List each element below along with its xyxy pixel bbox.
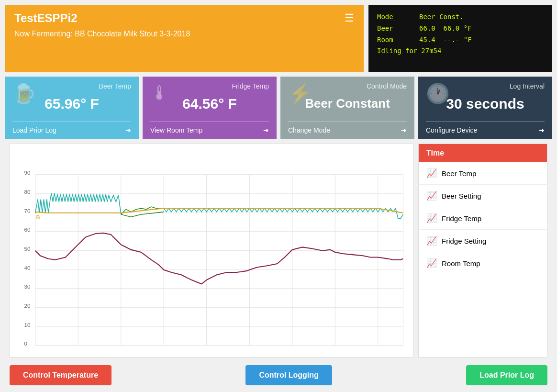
load-prior-log-link[interactable]: Load Prior Log <box>12 126 56 134</box>
svg-text:08 Mar: 08 Mar <box>199 350 216 351</box>
svg-text:40: 40 <box>24 265 30 271</box>
fridge-temp-legend-icon: 📈 <box>426 213 437 224</box>
change-mode-link[interactable]: Change Mode <box>288 126 330 134</box>
fridge-setting-legend-icon: 📈 <box>426 235 437 246</box>
legend-fridge-setting-label: Fridge Setting <box>442 237 486 245</box>
control-temperature-button[interactable]: Control Temperature <box>10 365 111 385</box>
beer-temp-label: Beer Temp <box>99 82 131 90</box>
fermenting-subtitle: Now Fermenting: BB Chocolate Milk Stout … <box>14 30 354 38</box>
beer-temp-arrow[interactable]: ➜ <box>125 126 131 134</box>
thermometer-icon: 🌡 <box>150 82 169 104</box>
control-mode-label: Control Mode <box>367 82 407 90</box>
fridge-temp-card: 🌡 Fridge Temp 64.56° F View Room Temp ➜ <box>143 77 277 139</box>
legend-beer-temp-label: Beer Temp <box>442 169 476 178</box>
svg-text:11 Mar: 11 Mar <box>326 350 344 351</box>
view-room-temp-link[interactable]: View Room Temp <box>150 126 202 134</box>
app-title: TestESPPi2 <box>14 11 78 25</box>
legend-fridge-temp[interactable]: 📈 Fridge Temp <box>419 207 547 230</box>
bottom-buttons-bar: Control Temperature Control Logging Load… <box>5 358 552 392</box>
legend-beer-setting-label: Beer Setting <box>442 192 481 200</box>
legend-beer-temp[interactable]: 📈 Beer Temp <box>419 162 547 185</box>
svg-text:50: 50 <box>24 246 30 252</box>
beer-setting-legend-icon: 📈 <box>426 190 437 201</box>
clock-icon: 🕐 <box>426 82 450 105</box>
svg-text:10 Mar: 10 Mar <box>285 350 302 351</box>
header-panel: TestESPPi2 ☰ Now Fermenting: BB Chocolat… <box>5 5 364 72</box>
terminal-mode-val: Beer Const. <box>419 11 464 23</box>
lightning-icon: ⚡ <box>288 82 312 105</box>
beer-icon: 🍺 <box>12 82 36 105</box>
svg-text:80: 80 <box>24 189 30 195</box>
terminal-idle-key: Idling for <box>377 45 417 57</box>
legend-room-temp-label: Room Temp <box>442 259 480 268</box>
terminal-idle-val: 27m54 <box>421 45 441 57</box>
temperature-chart: 0 10 20 30 40 50 60 70 80 90 <box>10 149 408 350</box>
legend-panel: Time 📈 Beer Temp 📈 Beer Setting 📈 Fridge… <box>418 144 547 358</box>
legend-room-temp[interactable]: 📈 Room Temp <box>419 252 547 274</box>
terminal-beer-val: 66.0 66.0 °F <box>419 23 472 34</box>
beer-temp-legend-icon: 📈 <box>426 168 437 179</box>
log-interval-label: Log Interval <box>510 82 545 90</box>
svg-text:B: B <box>36 214 40 220</box>
configure-device-link[interactable]: Configure Device <box>426 126 477 134</box>
fridge-temp-arrow[interactable]: ➜ <box>263 126 269 134</box>
control-mode-card: ⚡ Control Mode Beer Constant Change Mode… <box>280 77 414 139</box>
legend-fridge-setting[interactable]: 📈 Fridge Setting <box>419 230 547 252</box>
legend-fridge-temp-label: Fridge Temp <box>442 214 481 223</box>
room-temp-legend-icon: 📈 <box>426 258 437 269</box>
load-prior-log-button[interactable]: Load Prior Log <box>466 365 547 385</box>
svg-text:12 Mar: 12 Mar <box>369 350 387 351</box>
svg-text:30: 30 <box>24 284 30 290</box>
terminal-beer-key: Beer <box>377 23 415 34</box>
legend-title: Time <box>419 144 547 162</box>
svg-text:60: 60 <box>24 227 30 233</box>
legend-beer-setting[interactable]: 📈 Beer Setting <box>419 185 547 207</box>
control-mode-arrow[interactable]: ➜ <box>401 126 407 134</box>
chart-area: 0 10 20 30 40 50 60 70 80 90 <box>10 144 413 358</box>
svg-text:20: 20 <box>24 303 30 309</box>
log-interval-card: 🕐 Log Interval 30 seconds Configure Devi… <box>418 77 552 139</box>
svg-text:0: 0 <box>24 341 27 347</box>
fridge-temp-label: Fridge Temp <box>232 82 269 90</box>
terminal-display: Mode Beer Const. Beer 66.0 66.0 °F Room … <box>368 5 552 72</box>
svg-text:90: 90 <box>24 170 30 176</box>
svg-text:07 Mar: 07 Mar <box>156 350 173 351</box>
svg-text:70: 70 <box>24 208 30 214</box>
terminal-room-val: 45.4 --.- °F <box>419 34 472 46</box>
svg-text:04 Mar: 04 Mar <box>30 350 47 351</box>
svg-text:09 Mar: 09 Mar <box>242 350 259 351</box>
svg-text:05 Mar: 05 Mar <box>70 350 88 351</box>
menu-icon[interactable]: ☰ <box>345 12 354 24</box>
terminal-room-key: Room <box>377 34 415 46</box>
beer-temp-card: 🍺 Beer Temp 65.96° F Load Prior Log ➜ <box>5 77 139 139</box>
svg-text:10: 10 <box>24 322 30 328</box>
terminal-mode-key: Mode <box>377 11 415 23</box>
log-interval-arrow[interactable]: ➜ <box>539 126 545 134</box>
svg-text:06 Mar: 06 Mar <box>113 350 131 351</box>
control-logging-button[interactable]: Control Logging <box>245 365 332 385</box>
